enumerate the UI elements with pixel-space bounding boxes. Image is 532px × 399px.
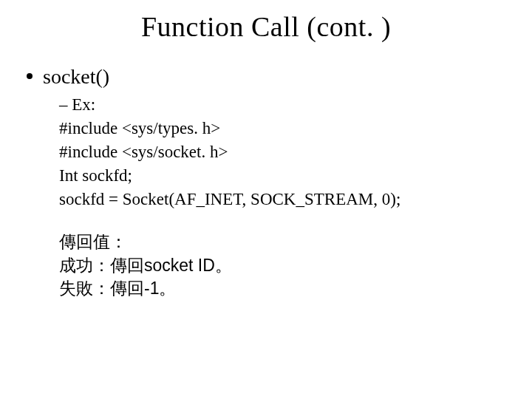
return-line-3b: -1 xyxy=(144,279,159,298)
slide-body: socket() – Ex: #include <sys/types. h> #… xyxy=(0,64,532,300)
code-line-4: sockfd = Socket(AF_INET, SOCK_STREAM, 0)… xyxy=(59,188,505,211)
return-line-1: 傳回值： xyxy=(59,231,505,253)
return-line-2b: socket ID xyxy=(144,256,215,275)
return-line-3c: 。 xyxy=(159,279,176,298)
bullet-level1: socket() xyxy=(27,64,505,89)
sub-bullet-ex: – Ex: xyxy=(59,94,505,116)
code-line-2: #include <sys/socket. h> xyxy=(59,141,505,163)
code-line-1: #include <sys/types. h> xyxy=(59,117,505,140)
return-line-3a: 失敗：傳回 xyxy=(59,279,144,298)
return-line-2: 成功：傳回socket ID。 xyxy=(59,254,505,277)
return-line-2c: 。 xyxy=(215,256,232,275)
bullet-text: socket() xyxy=(43,64,109,89)
code-line-3: Int sockfd; xyxy=(59,165,505,187)
return-line-2a: 成功：傳回 xyxy=(59,256,144,275)
slide-title: Function Call (cont. ) xyxy=(0,10,532,43)
bullet-dot-icon xyxy=(27,73,33,79)
return-block: 傳回值： 成功：傳回socket ID。 失敗：傳回-1。 xyxy=(59,231,505,299)
sub-block: – Ex: #include <sys/types. h> #include <… xyxy=(59,94,505,210)
slide: Function Call (cont. ) socket() – Ex: #i… xyxy=(0,10,532,399)
return-line-3: 失敗：傳回-1。 xyxy=(59,277,505,300)
